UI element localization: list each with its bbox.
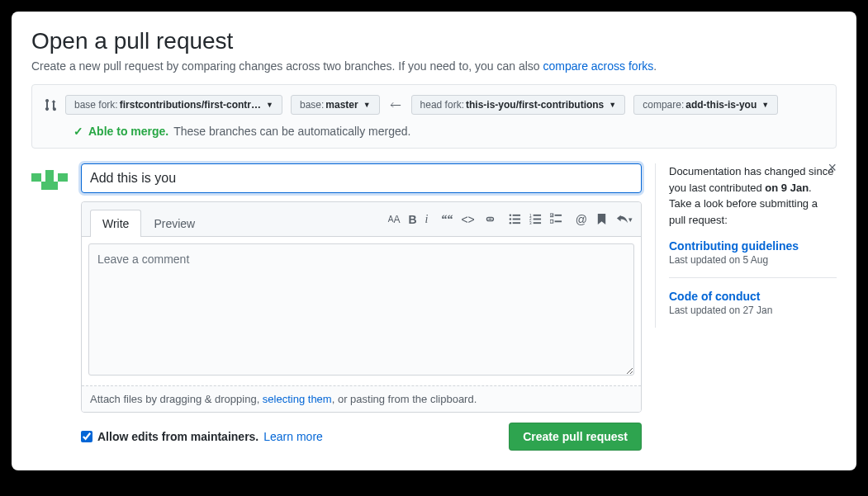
sidebar-notice: × Documentation has changed since you la…: [655, 163, 837, 328]
compare-forks-link[interactable]: compare across forks: [543, 59, 653, 73]
svg-rect-16: [533, 222, 540, 224]
svg-rect-18: [554, 215, 561, 216]
contributing-updated: Last updated on 5 Aug: [669, 254, 837, 266]
select-files-link[interactable]: selecting them: [263, 393, 332, 405]
base-fork-selector[interactable]: base fork: firstcontributions/first-cont…: [65, 95, 282, 115]
learn-more-link[interactable]: Learn more: [263, 430, 323, 443]
allow-edits-checkbox[interactable]: [81, 431, 92, 442]
svg-rect-4: [45, 170, 54, 182]
compare-branch-selector[interactable]: compare: add-this-is-you▼: [633, 95, 778, 115]
reply-icon[interactable]: ▾: [616, 213, 633, 225]
svg-rect-8: [512, 215, 519, 216]
close-icon[interactable]: ×: [828, 160, 837, 175]
avatar: [31, 163, 68, 200]
mention-icon[interactable]: @: [576, 213, 587, 226]
base-branch-selector[interactable]: base: master▼: [291, 95, 380, 115]
allow-edits-row[interactable]: Allow edits from maintainers. Learn more: [81, 430, 323, 443]
check-icon: ✓: [74, 125, 83, 138]
svg-rect-14: [533, 215, 540, 216]
git-compare-icon: [44, 98, 57, 111]
caret-down-icon: ▼: [761, 101, 769, 109]
divider: [669, 277, 837, 278]
svg-rect-20: [554, 220, 561, 222]
caret-down-icon: ▼: [363, 101, 371, 109]
svg-rect-10: [512, 222, 519, 224]
italic-icon[interactable]: i: [425, 213, 429, 226]
svg-point-7: [509, 222, 510, 224]
link-icon[interactable]: [483, 213, 496, 225]
task-list-icon[interactable]: [550, 213, 562, 225]
caret-down-icon: ▼: [609, 101, 616, 109]
code-of-conduct-link[interactable]: Code of conduct: [669, 290, 837, 303]
arrow-left-icon: 🡐: [388, 98, 403, 111]
svg-rect-1: [31, 173, 41, 182]
svg-rect-15: [533, 219, 540, 220]
create-pr-button[interactable]: Create pull request: [509, 423, 642, 451]
ordered-list-icon[interactable]: 123: [529, 213, 542, 225]
contributing-guidelines-link[interactable]: Contributing guidelines: [669, 239, 837, 253]
bold-icon[interactable]: B: [408, 213, 416, 226]
comment-textarea[interactable]: [88, 243, 634, 376]
bookmark-icon[interactable]: [595, 213, 608, 225]
svg-rect-19: [550, 220, 553, 223]
caret-down-icon: ▼: [266, 101, 273, 109]
pr-title-input[interactable]: [81, 163, 642, 193]
page-subtitle: Create a new pull request by comparing c…: [31, 59, 837, 73]
svg-rect-2: [58, 173, 68, 182]
unordered-list-icon[interactable]: [509, 213, 521, 225]
tab-write[interactable]: Write: [90, 210, 141, 237]
svg-point-6: [509, 218, 510, 220]
code-icon[interactable]: <>: [461, 213, 474, 226]
svg-rect-3: [41, 182, 58, 190]
svg-text:3: 3: [529, 221, 532, 225]
merge-status: ✓ Able to merge. These branches can be a…: [44, 125, 824, 138]
attach-hint: Attach files by dragging & dropping, sel…: [82, 385, 641, 412]
comment-box: Write Preview AA B i ““ <>: [81, 201, 642, 413]
svg-point-5: [509, 215, 510, 216]
markdown-toolbar: AA B i ““ <> 123: [388, 213, 633, 233]
notice-text: Documentation has changed since you last…: [669, 163, 837, 228]
svg-rect-9: [512, 219, 519, 220]
text-size-icon[interactable]: AA: [388, 214, 401, 225]
head-fork-selector[interactable]: head fork: this-is-you/first-contributio…: [411, 95, 626, 115]
page-title: Open a pull request: [31, 28, 837, 54]
compare-box: base fork: firstcontributions/first-cont…: [31, 84, 837, 149]
quote-icon[interactable]: ““: [441, 213, 453, 226]
coc-updated: Last updated on 27 Jan: [669, 305, 837, 316]
tab-preview[interactable]: Preview: [141, 210, 207, 237]
